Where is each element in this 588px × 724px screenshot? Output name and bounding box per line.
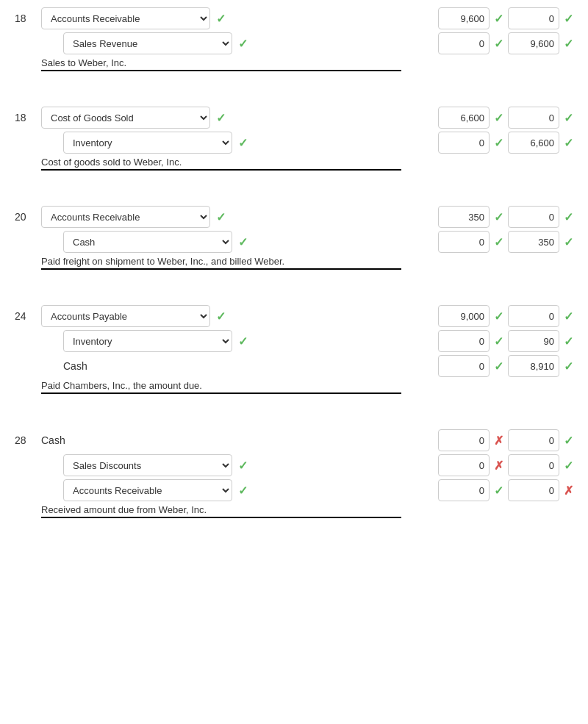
description-text-entry-20: Paid freight on shipment to Weber, Inc.,… bbox=[41, 256, 573, 267]
account-select-line-ar-28[interactable]: Accounts Receivable bbox=[63, 479, 232, 501]
debit-status-icon-line-sd-28[interactable]: ✗ bbox=[494, 459, 503, 473]
account-select-line-cogs-18b[interactable]: Cost of Goods Sold bbox=[41, 107, 210, 129]
journal-entry-20-2: 20Accounts Receivable✓✓✓Cash✓✓✓Paid frei… bbox=[15, 206, 573, 283]
entry-date: 24 bbox=[15, 310, 41, 322]
credit-input-line-sd-28[interactable] bbox=[508, 454, 559, 476]
description-underline-entry-28 bbox=[41, 517, 401, 518]
journal-entry-18-0: 18Accounts Receivable✓✓✓Sales Revenue✓✓✓… bbox=[15, 7, 573, 85]
account-check-icon-line-sd-28[interactable]: ✓ bbox=[238, 459, 248, 473]
account-check-icon-line-inv-18b[interactable]: ✓ bbox=[238, 136, 248, 150]
account-select-line-inv-18b[interactable]: Inventory bbox=[63, 132, 232, 154]
description-underline-entry-24 bbox=[41, 393, 401, 394]
credit-input-line-cash-20[interactable] bbox=[508, 231, 559, 253]
debit-status-icon-line-sr-18a[interactable]: ✓ bbox=[494, 37, 503, 51]
debit-input-line-inv-18b[interactable] bbox=[438, 132, 490, 154]
journal-row-line-cash-20: Cash✓✓✓ bbox=[15, 231, 573, 253]
credit-input-line-ar-28[interactable] bbox=[508, 479, 559, 501]
credit-input-line-inv-18b[interactable] bbox=[508, 132, 559, 154]
debit-input-line-cogs-18b[interactable] bbox=[438, 107, 490, 129]
credit-input-line-cogs-18b[interactable] bbox=[508, 107, 559, 129]
account-select-line-sr-18a[interactable]: Sales Revenue bbox=[63, 32, 232, 54]
debit-input-line-cash-24[interactable] bbox=[438, 355, 490, 377]
account-select-line-sd-28[interactable]: Sales Discounts bbox=[63, 454, 232, 476]
description-row-entry-20: Paid freight on shipment to Weber, Inc.,… bbox=[15, 256, 573, 270]
description-underline-entry-18b bbox=[41, 169, 401, 171]
description-text-entry-28: Received amount due from Weber, Inc. bbox=[41, 504, 573, 515]
credit-status-icon-line-inv-24[interactable]: ✓ bbox=[564, 334, 573, 348]
account-select-line-ar-20[interactable]: Accounts Receivable bbox=[41, 206, 210, 228]
credit-input-line-ar-18a[interactable] bbox=[508, 7, 559, 29]
journal-entry-18-1: 18Cost of Goods Sold✓✓✓Inventory✓✓✓Cost … bbox=[15, 107, 573, 184]
debit-input-line-cash-20[interactable] bbox=[438, 231, 490, 253]
journal-row-line-inv-18b: Inventory✓✓✓ bbox=[15, 132, 573, 154]
credit-status-icon-line-cogs-18b[interactable]: ✓ bbox=[564, 111, 573, 125]
account-label-line-cash-28: Cash bbox=[41, 434, 65, 446]
credit-status-icon-line-ar-28[interactable]: ✗ bbox=[564, 484, 573, 498]
description-text-entry-18b: Cost of goods sold to Weber, Inc. bbox=[41, 157, 573, 168]
debit-input-line-sd-28[interactable] bbox=[438, 454, 490, 476]
debit-input-line-inv-24[interactable] bbox=[438, 330, 490, 352]
credit-status-icon-line-cash-28[interactable]: ✓ bbox=[564, 434, 573, 448]
credit-input-line-ap-24[interactable] bbox=[508, 305, 559, 327]
debit-status-icon-line-cogs-18b[interactable]: ✓ bbox=[494, 111, 503, 125]
account-check-icon-line-cash-20[interactable]: ✓ bbox=[238, 235, 248, 249]
account-check-icon-line-sr-18a[interactable]: ✓ bbox=[238, 37, 248, 51]
debit-status-icon-line-cash-28[interactable]: ✗ bbox=[494, 434, 503, 448]
journal-entry-28-4: 28Cash✗✓Sales Discounts✓✗✓Accounts Recei… bbox=[15, 429, 573, 531]
journal-row-line-ar-20: 20Accounts Receivable✓✓✓ bbox=[15, 206, 573, 228]
debit-input-line-ap-24[interactable] bbox=[438, 305, 490, 327]
debit-input-line-ar-20[interactable] bbox=[438, 206, 490, 228]
description-underline-entry-20 bbox=[41, 268, 401, 270]
journal-entry-24-3: 24Accounts Payable✓✓✓Inventory✓✓✓Cash✓✓P… bbox=[15, 305, 573, 407]
entry-date: 18 bbox=[15, 112, 41, 123]
credit-status-icon-line-sr-18a[interactable]: ✓ bbox=[564, 37, 573, 51]
account-select-line-ar-18a[interactable]: Accounts Receivable bbox=[41, 7, 210, 29]
credit-status-icon-line-ap-24[interactable]: ✓ bbox=[564, 309, 573, 323]
account-check-icon-line-ar-18a[interactable]: ✓ bbox=[216, 12, 226, 26]
journal-row-line-cash-24: Cash✓✓ bbox=[15, 355, 573, 377]
description-row-entry-18b: Cost of goods sold to Weber, Inc. bbox=[15, 157, 573, 171]
credit-status-icon-line-inv-18b[interactable]: ✓ bbox=[564, 136, 573, 150]
debit-status-icon-line-ar-18a[interactable]: ✓ bbox=[494, 12, 503, 26]
credit-status-icon-line-cash-24[interactable]: ✓ bbox=[564, 359, 573, 373]
credit-input-line-sr-18a[interactable] bbox=[508, 32, 559, 54]
account-select-line-ap-24[interactable]: Accounts Payable bbox=[41, 305, 210, 327]
credit-input-line-ar-20[interactable] bbox=[508, 206, 559, 228]
debit-input-line-cash-28[interactable] bbox=[438, 429, 490, 451]
credit-status-icon-line-ar-20[interactable]: ✓ bbox=[564, 210, 573, 224]
journal-container: 18Accounts Receivable✓✓✓Sales Revenue✓✓✓… bbox=[0, 0, 588, 561]
account-check-icon-line-ar-20[interactable]: ✓ bbox=[216, 210, 226, 224]
account-check-icon-line-cogs-18b[interactable]: ✓ bbox=[216, 111, 226, 125]
entry-date: 28 bbox=[15, 434, 41, 446]
debit-status-icon-line-inv-24[interactable]: ✓ bbox=[494, 334, 503, 348]
account-check-icon-line-ap-24[interactable]: ✓ bbox=[216, 309, 226, 323]
account-select-line-inv-24[interactable]: Inventory bbox=[63, 330, 232, 352]
credit-input-line-inv-24[interactable] bbox=[508, 330, 559, 352]
credit-input-line-cash-24[interactable] bbox=[508, 355, 559, 377]
entry-date: 18 bbox=[15, 12, 41, 24]
journal-row-line-ar-28: Accounts Receivable✓✓✗ bbox=[15, 479, 573, 501]
debit-status-icon-line-cash-24[interactable]: ✓ bbox=[494, 359, 503, 373]
account-check-icon-line-inv-24[interactable]: ✓ bbox=[238, 334, 248, 348]
credit-status-icon-line-ar-18a[interactable]: ✓ bbox=[564, 12, 573, 26]
journal-row-line-sd-28: Sales Discounts✓✗✓ bbox=[15, 454, 573, 476]
account-check-icon-line-ar-28[interactable]: ✓ bbox=[238, 484, 248, 498]
debit-status-icon-line-ap-24[interactable]: ✓ bbox=[494, 309, 503, 323]
debit-status-icon-line-ar-28[interactable]: ✓ bbox=[494, 484, 503, 498]
debit-status-icon-line-ar-20[interactable]: ✓ bbox=[494, 210, 503, 224]
description-underline-entry-18a bbox=[41, 70, 401, 71]
account-select-line-cash-20[interactable]: Cash bbox=[63, 231, 232, 253]
journal-row-line-ar-18a: 18Accounts Receivable✓✓✓ bbox=[15, 7, 573, 29]
credit-status-icon-line-cash-20[interactable]: ✓ bbox=[564, 235, 573, 249]
credit-status-icon-line-sd-28[interactable]: ✓ bbox=[564, 459, 573, 473]
debit-input-line-sr-18a[interactable] bbox=[438, 32, 490, 54]
debit-input-line-ar-28[interactable] bbox=[438, 479, 490, 501]
credit-input-line-cash-28[interactable] bbox=[508, 429, 559, 451]
journal-row-line-inv-24: Inventory✓✓✓ bbox=[15, 330, 573, 352]
description-row-entry-28: Received amount due from Weber, Inc. bbox=[15, 504, 573, 518]
debit-status-icon-line-cash-20[interactable]: ✓ bbox=[494, 235, 503, 249]
account-label-line-cash-24: Cash bbox=[63, 360, 87, 372]
journal-row-line-cogs-18b: 18Cost of Goods Sold✓✓✓ bbox=[15, 107, 573, 129]
debit-input-line-ar-18a[interactable] bbox=[438, 7, 490, 29]
debit-status-icon-line-inv-18b[interactable]: ✓ bbox=[494, 136, 503, 150]
